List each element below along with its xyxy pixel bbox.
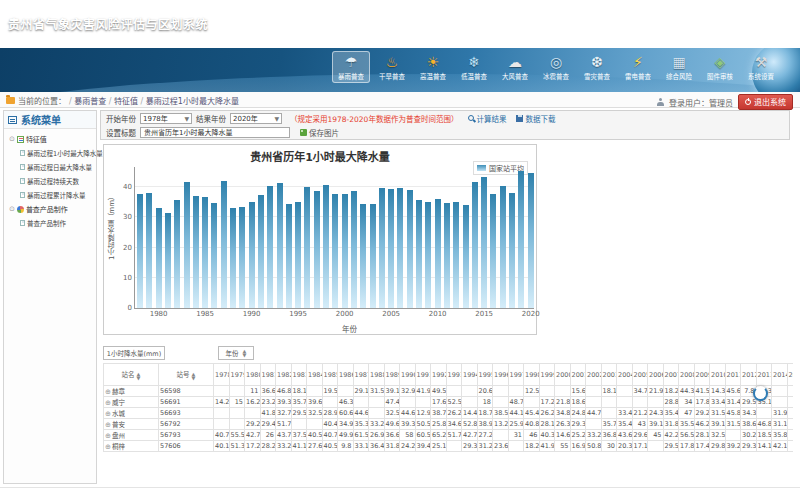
value-cell: 21.8	[555, 397, 571, 408]
row-expand-icon[interactable]: ⊕	[105, 421, 111, 429]
x-tick-label: 1985	[196, 310, 214, 318]
nav-composite-risk[interactable]: ▦综合风险	[660, 51, 698, 83]
value-cell: 38.9	[477, 419, 493, 430]
value-cell: 31.5	[369, 386, 385, 397]
value-cell: 14.3	[710, 386, 726, 397]
value-cell: 40.7	[322, 430, 338, 441]
value-cell	[524, 397, 540, 408]
sidebar-item[interactable]: 暴雨过程日最大降水量	[6, 160, 94, 174]
value-cell: 24.2	[400, 441, 416, 452]
col-header-year: 2005	[632, 364, 648, 386]
nav-hail[interactable]: ◎冰雹普查	[537, 51, 575, 83]
value-cell: 35.4	[617, 419, 633, 430]
nav-snow[interactable]: ❆雪灾普查	[578, 51, 616, 83]
sidebar: 系统菜单 ⊙特征值暴雨过程1小时最大降水量暴雨过程日最大降水量暴雨过程持续天数暴…	[3, 110, 97, 484]
chart-title-input[interactable]: 贵州省历年1小时最大降水量	[140, 127, 290, 138]
row-expand-icon[interactable]: ⊕	[105, 410, 111, 418]
hail-icon: ◎	[538, 54, 574, 71]
nav-lightning[interactable]: ⚡雷电普查	[619, 51, 657, 83]
value-cell: 31.5	[710, 408, 726, 419]
start-year-select[interactable]: 1978年 ▼	[140, 113, 192, 124]
value-cell: 32.5	[307, 408, 323, 419]
save-image-button[interactable]: 保存图片	[300, 127, 339, 138]
sort-icons[interactable]: ▲▼	[192, 372, 196, 380]
value-cell	[725, 430, 741, 441]
value-cell	[446, 386, 462, 397]
year-sort-control[interactable]: 年份 ▲▼	[218, 346, 254, 360]
nav-rainstorm[interactable]: ☂暴雨普查	[332, 51, 370, 83]
value-cell: 42.7	[245, 430, 261, 441]
value-cell: 29.3	[570, 419, 586, 430]
value-cell: 30	[601, 441, 617, 452]
breadcrumb-link[interactable]: 暴雨过程1小时最大降水量	[146, 97, 239, 106]
value-cell: 18.2	[524, 441, 540, 452]
data-download-button[interactable]: 数据下载	[516, 113, 555, 124]
end-year-select[interactable]: 2020年 ▼	[230, 113, 282, 124]
value-cell: 33.4	[617, 408, 633, 419]
loading-spinner-icon	[753, 386, 768, 401]
x-tick-label: 2000	[336, 310, 354, 318]
sort-icons[interactable]: ▲▼	[137, 372, 141, 380]
app-window: ☂暴雨普查♨干旱普查☀高温普查❄低温普查☁大风普查◎冰雹普查❆雪灾普查⚡雷电普查…	[0, 0, 800, 500]
bar-2015	[481, 177, 487, 308]
sidebar-group-特征值[interactable]: ⊙特征值	[6, 132, 94, 146]
col-header-year: 2003	[601, 364, 617, 386]
col-header-label: 站号	[177, 371, 190, 379]
breadcrumb-link[interactable]: 特征值	[114, 97, 138, 106]
bar-2008	[416, 200, 422, 308]
row-expand-icon[interactable]: ⊕	[105, 388, 111, 396]
bar-2014	[472, 182, 478, 308]
expand-icon[interactable]: ⊙	[9, 205, 15, 213]
station-id-cell: 56691	[159, 397, 214, 408]
row-expand-icon[interactable]: ⊕	[105, 399, 111, 407]
logged-in-user: 登录用户：管理员	[669, 97, 733, 108]
expand-icon[interactable]: ⊙	[9, 135, 15, 143]
x-axis-label: 年份	[342, 323, 357, 334]
value-cell: 29.2	[245, 419, 261, 430]
value-cell: 38.6	[741, 419, 757, 430]
nav-map-review[interactable]: ◈图件审核	[701, 51, 739, 83]
sidebar-item-label: 暴雨过程持续天数	[27, 176, 79, 186]
bar-2004	[379, 188, 385, 308]
sidebar-item[interactable]: 暴雨过程持续天数	[6, 174, 94, 188]
value-cell: 44.1	[508, 408, 524, 419]
value-cell: 39.4	[415, 441, 431, 452]
value-cell: 45.8	[725, 408, 741, 419]
bar-1978	[137, 194, 143, 308]
nav-wind[interactable]: ☁大风普查	[496, 51, 534, 83]
col-header-year: 2009	[694, 364, 710, 386]
col-header-year: 2010	[710, 364, 726, 386]
value-cell: 49.6	[384, 419, 400, 430]
sidebar-item[interactable]: 普查产品制作	[6, 216, 94, 230]
nav-settings[interactable]: ⚒系统设置	[742, 51, 780, 83]
col-header-year: 1984	[307, 364, 323, 386]
nav-high-temp[interactable]: ☀高温普查	[414, 51, 452, 83]
value-cell: 27.2	[477, 430, 493, 441]
nav-drought[interactable]: ♨干旱普查	[373, 51, 411, 83]
value-cell: 12.5	[524, 386, 540, 397]
nav-item-label: 低温普查	[457, 71, 490, 80]
nav-low-temp[interactable]: ❄低温普查	[455, 51, 493, 83]
col-header-year: 2000	[555, 364, 571, 386]
col-header-station-id[interactable]: 站号▲▼	[159, 364, 214, 386]
x-tick-label: 1990	[243, 310, 261, 318]
value-cell	[539, 386, 555, 397]
sort-icons[interactable]: ▲▼	[243, 349, 247, 357]
logout-button[interactable]: 退出系统	[738, 94, 793, 110]
value-cell: 17.8	[694, 397, 710, 408]
value-cell: 44.7	[586, 408, 602, 419]
calc-result-button[interactable]: 计算结果	[468, 113, 506, 124]
rainstorm-icon: ☂	[333, 54, 369, 71]
sidebar-item[interactable]: 暴雨过程1小时最大降水量	[6, 146, 94, 160]
value-cell	[787, 397, 793, 408]
sidebar-item[interactable]: 暴雨过程累计降水量	[6, 188, 94, 202]
col-header-station-name[interactable]: 站名▲▼	[104, 364, 159, 386]
value-cell: 33.2	[369, 419, 385, 430]
row-expand-icon[interactable]: ⊕	[105, 443, 111, 451]
station-name: 桐梓	[112, 443, 125, 451]
sidebar-group-普查产品制作[interactable]: ⊙普查产品制作	[6, 202, 94, 216]
power-icon	[745, 99, 751, 105]
breadcrumb-link[interactable]: 暴雨普查	[74, 97, 106, 106]
row-expand-icon[interactable]: ⊕	[105, 432, 111, 440]
bar-2012	[453, 202, 459, 308]
